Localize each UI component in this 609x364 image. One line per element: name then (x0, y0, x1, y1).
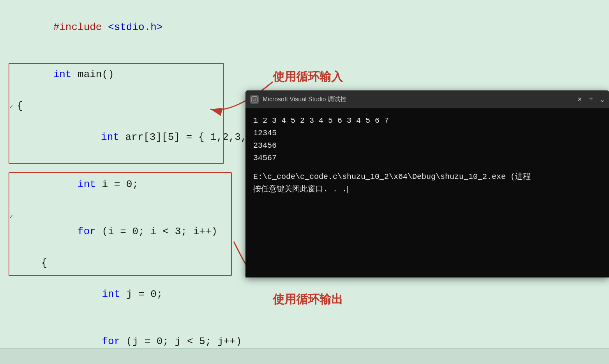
code-line-7: { (0, 255, 245, 271)
code-editor: #include <stdio.h> int main() ✓ { int ar… (0, 0, 245, 364)
code-line-4: int arr[3][5] = { 1,2,3,4,5,2,3,4,5,6,3,… (0, 114, 245, 161)
terminal-cursor (347, 186, 348, 193)
kw-int: int (53, 69, 72, 80)
terminal-title: Microsoft Visual Studio 调试控 (263, 95, 574, 104)
preprocessor-hash: #include (53, 21, 108, 33)
terminal-line-3: 23456 (253, 140, 601, 152)
terminal-line-1: 1 2 3 4 5 2 3 4 5 6 3 4 5 6 7 (253, 115, 601, 127)
terminal-app-icon: VS (250, 95, 259, 104)
terminal-window: VS Microsoft Visual Studio 调试控 ✕ + ⌄ 1 2… (245, 90, 609, 277)
terminal-new-tab-btn[interactable]: + (589, 96, 593, 103)
label-output: 使用循环输出 (273, 292, 343, 307)
code-line-6: ✓ for (i = 0; i < 3; i++) (0, 208, 245, 255)
terminal-line-4: 34567 (253, 152, 601, 164)
code-line-5: int i = 0; (0, 161, 245, 208)
code-line-2: int main() (0, 51, 245, 98)
line-indicator: ✓ (8, 102, 15, 113)
terminal-body: 1 2 3 4 5 2 3 4 5 6 3 4 5 6 7 12345 2345… (245, 108, 609, 277)
terminal-controls[interactable]: ✕ + ⌄ (578, 96, 605, 103)
svg-text:VS: VS (252, 98, 256, 101)
terminal-chevron-btn[interactable]: ⌄ (600, 96, 604, 103)
terminal-path-line: E:\c_code\c_code.c\shuzu_10_2\x64\Debug\… (253, 171, 601, 183)
line-indicator: ✓ (8, 212, 15, 223)
terminal-prompt-line: 按任意键关闭此窗口. . . (253, 183, 601, 196)
terminal-titlebar: VS Microsoft Visual Studio 调试控 ✕ + ⌄ (245, 90, 609, 108)
bottom-bar (0, 348, 609, 364)
terminal-line-2: 12345 (253, 127, 601, 140)
terminal-spacer (253, 164, 601, 171)
code-line-3: ✓ { (0, 98, 245, 114)
code-line-8: int j = 0; (0, 271, 245, 318)
label-input: 使用循环输入 (273, 69, 343, 85)
code-line-1: #include <stdio.h> (0, 4, 245, 51)
include-header: <stdio.h> (108, 21, 162, 33)
terminal-close-btn[interactable]: ✕ (578, 96, 582, 103)
